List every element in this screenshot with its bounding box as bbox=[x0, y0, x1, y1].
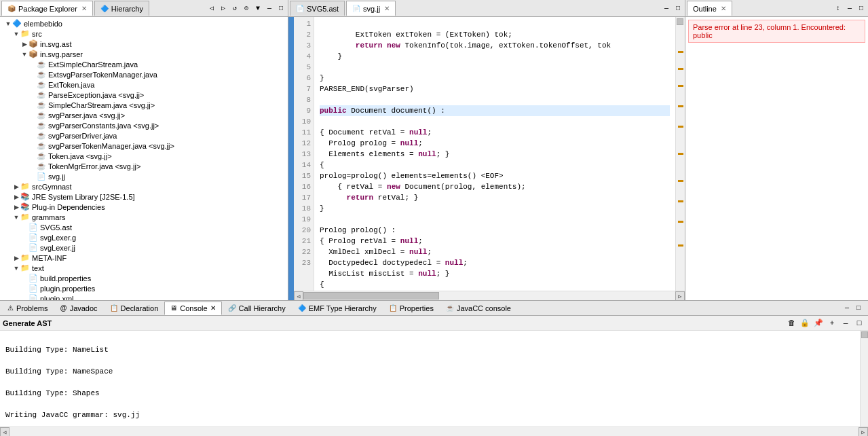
tab-package-explorer[interactable]: 📦 Package Explorer ✕ bbox=[1, 1, 93, 16]
scrollbar-thumb[interactable] bbox=[677, 18, 683, 25]
tab-outline-close[interactable]: ✕ bbox=[721, 5, 726, 12]
tree-item-tokenmgrerror[interactable]: ☕ TokenMgrError.java <svg.jj> bbox=[1, 161, 286, 171]
tree-item-extsvgparsertokenmanager[interactable]: ☕ ExtsvgParserTokenManager.java bbox=[1, 69, 286, 79]
tree-item-svglexer-g[interactable]: 📄 svgLexer.g bbox=[1, 232, 286, 242]
scroll-track-h[interactable] bbox=[303, 291, 675, 300]
outline-minimize-btn[interactable]: — bbox=[844, 3, 855, 14]
tree-item-elembebido[interactable]: ▼ 🔷 elembebido bbox=[1, 18, 286, 29]
console-scrollbar-h[interactable]: ◁ ▷ bbox=[0, 426, 868, 436]
tree-container[interactable]: ▼ 🔷 elembebido ▼ 📁 src ▶ 📦 in.svg.ast bbox=[0, 17, 288, 300]
icon-svglexer-jj: 📄 bbox=[29, 243, 38, 252]
tree-item-plugin-xml[interactable]: 📄 plugin.xml bbox=[1, 293, 286, 300]
console-scroll-track[interactable] bbox=[10, 427, 858, 436]
console-maximize-btn[interactable]: □ bbox=[853, 317, 865, 329]
outline-sort-btn[interactable]: ↕ bbox=[833, 3, 844, 14]
tab-svg5-ast[interactable]: 📄 SVG5.ast bbox=[290, 1, 345, 16]
tab-svg5-ast-label: SVG5.ast bbox=[307, 5, 339, 13]
console-scroll-left[interactable]: ◁ bbox=[0, 427, 10, 436]
tab-javacc-console[interactable]: ☕ JavaCC console bbox=[440, 302, 517, 315]
toggle-srcgymnast[interactable]: ▶ bbox=[12, 183, 20, 190]
tree-item-build-properties[interactable]: 📄 build.properties bbox=[1, 273, 286, 283]
label-in-svg-parser: in.svg.parser bbox=[40, 50, 83, 58]
tree-item-in-svg-ast[interactable]: ▶ 📦 in.svg.ast bbox=[1, 39, 286, 49]
tree-item-svgparser-java[interactable]: ☕ svgParser.java <svg.jj> bbox=[1, 110, 286, 120]
tree-item-svgparserdriver[interactable]: ☕ svgParserDriver.java bbox=[1, 130, 286, 141]
tab-svg-jj-close[interactable]: ✕ bbox=[384, 5, 390, 12]
code-line-19: { Prolog retVal = null; bbox=[320, 237, 423, 245]
editor-maximize-btn[interactable]: □ bbox=[673, 3, 683, 14]
console-scroll-lock-btn[interactable]: 🔒 bbox=[799, 317, 811, 329]
tree-item-srcgymnast[interactable]: ▶ 📁 srcGymnast bbox=[1, 181, 286, 192]
tab-console-close[interactable]: ✕ bbox=[210, 304, 216, 312]
console-output[interactable]: Building Type: NameList Building Type: N… bbox=[0, 331, 860, 426]
scroll-thumb-h[interactable] bbox=[303, 292, 439, 299]
code-line-15: return retVal; } bbox=[320, 194, 418, 202]
console-scrollbar-thumb[interactable] bbox=[861, 331, 868, 338]
toolbar-maximize-btn[interactable]: □ bbox=[276, 3, 286, 14]
toolbar-fwd-btn[interactable]: ▷ bbox=[218, 3, 229, 14]
tab-javadoc[interactable]: @ Javadoc bbox=[54, 302, 103, 315]
tree-item-plugin-properties[interactable]: 📄 plugin.properties bbox=[1, 283, 286, 293]
console-clear-btn[interactable]: 🗑 bbox=[785, 317, 797, 329]
tree-item-src[interactable]: ▼ 📁 src bbox=[1, 29, 286, 39]
tab-properties-label: Properties bbox=[400, 304, 434, 312]
scroll-right-btn[interactable]: ▷ bbox=[675, 291, 685, 300]
toggle-meta-inf[interactable]: ▶ bbox=[12, 255, 20, 261]
toggle-elembebido[interactable]: ▼ bbox=[4, 20, 12, 27]
tree-item-text[interactable]: ▼ 📁 text bbox=[1, 263, 286, 273]
toggle-in-svg-ast[interactable]: ▶ bbox=[20, 41, 29, 48]
editor-scrollbar-v[interactable] bbox=[675, 17, 685, 291]
toggle-src[interactable]: ▼ bbox=[12, 31, 20, 37]
label-svglexer-g: svgLexer.g bbox=[40, 234, 76, 242]
tree-item-parseexception[interactable]: ☕ ParseException.java <svg.jj> bbox=[1, 90, 286, 100]
tree-item-in-svg-parser[interactable]: ▼ 📦 in.svg.parser bbox=[1, 49, 286, 59]
tab-package-explorer-close[interactable]: ✕ bbox=[81, 5, 87, 12]
properties-icon: 📋 bbox=[389, 304, 397, 312]
console-scroll-right[interactable]: ▷ bbox=[858, 427, 868, 436]
toggle-in-svg-parser[interactable]: ▼ bbox=[20, 51, 29, 58]
tab-properties[interactable]: 📋 Properties bbox=[383, 302, 440, 315]
tree-item-meta-inf[interactable]: ▶ 📁 META-INF bbox=[1, 253, 286, 263]
bottom-maximize-btn[interactable]: □ bbox=[853, 303, 864, 314]
tree-item-svgparserconstants[interactable]: ☕ svgParserConstants.java <svg.jj> bbox=[1, 120, 286, 130]
toggle-grammars[interactable]: ▼ bbox=[12, 214, 20, 221]
tree-item-svg5-ast[interactable]: 📄 SVG5.ast bbox=[1, 222, 286, 232]
console-minimize-btn[interactable]: — bbox=[839, 317, 852, 329]
tab-problems[interactable]: ⚠ Problems bbox=[1, 302, 54, 315]
tree-item-exttoken[interactable]: ☕ ExtToken.java bbox=[1, 79, 286, 90]
tree-item-extsimplecharstream[interactable]: ☕ ExtSimpleCharStream.java bbox=[1, 59, 286, 69]
tab-declaration[interactable]: 📋 Declaration bbox=[104, 302, 165, 315]
tree-item-plugin-deps[interactable]: ▶ 📚 Plug-in Dependencies bbox=[1, 202, 286, 212]
tab-call-hierarchy[interactable]: 🔗 Call Hierarchy bbox=[222, 302, 292, 315]
tab-emf-type-hierarchy[interactable]: 🔷 EMF Type Hierarchy bbox=[292, 302, 383, 315]
editor-area[interactable]: 12345 678910 1112131415 1617181920 21222… bbox=[288, 17, 685, 300]
console-pin-btn[interactable]: 📌 bbox=[812, 317, 825, 329]
toolbar-refresh-btn[interactable]: ↺ bbox=[229, 3, 240, 14]
tree-item-svg-jj[interactable]: 📄 svg.jj bbox=[1, 171, 286, 181]
tab-hierarchy[interactable]: 🔷 Hierarchy bbox=[94, 1, 149, 16]
console-scrollbar-v[interactable] bbox=[860, 331, 868, 426]
toolbar-back-btn[interactable]: ◁ bbox=[206, 3, 217, 14]
toolbar-minimize-btn[interactable]: — bbox=[264, 3, 275, 14]
tab-outline[interactable]: Outline ✕ bbox=[687, 1, 732, 16]
editor-minimize-btn[interactable]: — bbox=[661, 3, 672, 14]
tree-item-svglexer-jj[interactable]: 📄 svgLexer.jj bbox=[1, 242, 286, 253]
tree-item-svgparsertokenmanager[interactable]: ☕ svgParserTokenManager.java <svg.jj> bbox=[1, 141, 286, 151]
code-editor[interactable]: ExtToken extToken = (ExtToken) tok; retu… bbox=[314, 17, 675, 291]
toggle-text[interactable]: ▼ bbox=[12, 265, 20, 272]
toolbar-collapse-btn[interactable]: ⊙ bbox=[241, 3, 252, 14]
toggle-jre[interactable]: ▶ bbox=[12, 194, 20, 200]
scroll-left-btn[interactable]: ◁ bbox=[294, 291, 303, 300]
toolbar-menu-btn[interactable]: ▼ bbox=[252, 3, 263, 14]
tab-console[interactable]: 🖥 Console ✕ bbox=[164, 302, 221, 315]
tree-item-grammars[interactable]: ▼ 📁 grammars bbox=[1, 212, 286, 222]
tree-item-jre[interactable]: ▶ 📚 JRE System Library [J2SE-1.5] bbox=[1, 192, 286, 202]
toggle-plugin-deps[interactable]: ▶ bbox=[12, 204, 20, 211]
bottom-minimize-btn[interactable]: — bbox=[842, 303, 852, 314]
outline-maximize-btn[interactable]: □ bbox=[856, 3, 867, 14]
editor-scrollbar-h[interactable]: ◁ ▷ bbox=[294, 291, 685, 300]
tree-item-simplecharstream[interactable]: ☕ SimpleCharStream.java <svg.jj> bbox=[1, 100, 286, 110]
tab-svg-jj[interactable]: 📄 svg.jj ✕ bbox=[346, 1, 396, 16]
console-new-btn[interactable]: + bbox=[826, 317, 838, 329]
tree-item-token-java[interactable]: ☕ Token.java <svg.jj> bbox=[1, 151, 286, 161]
